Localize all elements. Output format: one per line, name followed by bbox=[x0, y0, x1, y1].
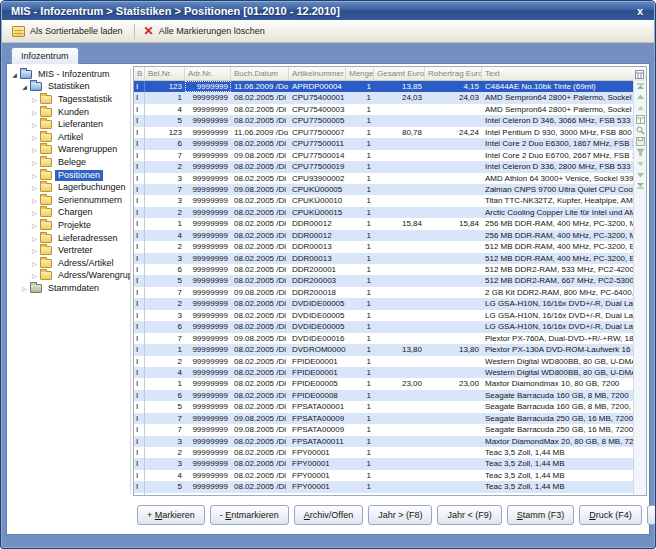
collapsed-arrow-icon[interactable]: ▷ bbox=[30, 134, 39, 141]
tree-item-warengruppen[interactable]: ▷Warengruppen bbox=[9, 144, 130, 157]
column-header-bel-nr-[interactable]: Bel.Nr. bbox=[145, 67, 185, 80]
clear-all-marks-button[interactable]: ✕ Alle Markierungen löschen bbox=[139, 23, 272, 40]
collapsed-arrow-icon[interactable]: ▷ bbox=[30, 172, 39, 179]
tree-item-vertreter[interactable]: ▷Vertreter bbox=[9, 244, 130, 257]
column-header-text[interactable]: Text bbox=[482, 67, 646, 80]
table-row[interactable]: I49999999908.02.2005 /DiDDR000121256 MB … bbox=[134, 230, 633, 241]
search-icon[interactable] bbox=[636, 126, 645, 135]
collapsed-arrow-icon[interactable]: ▷ bbox=[30, 146, 39, 153]
tree-item-positionen[interactable]: ▷Positionen bbox=[9, 169, 130, 182]
unmark-button[interactable]: - Entmarkieren bbox=[210, 505, 289, 525]
grid-scrollbar[interactable] bbox=[633, 81, 646, 495]
column-header-artikelnummer[interactable]: Artikelnummer bbox=[289, 67, 346, 80]
collapsed-arrow-icon[interactable]: ▷ bbox=[30, 209, 39, 216]
column-header-menge[interactable]: Menge bbox=[346, 67, 374, 80]
column-header-buch-datum[interactable]: Buch.Datum bbox=[231, 67, 289, 80]
collapsed-arrow-icon[interactable]: ▷ bbox=[30, 260, 39, 267]
scroll-top-icon[interactable] bbox=[636, 82, 645, 91]
table-row[interactable]: I79999999909.08.2005 /DiDDR20001812 GB K… bbox=[134, 287, 633, 298]
column-header-rohertrag-euro[interactable]: Rohertrag Euro bbox=[425, 67, 482, 80]
mark-button[interactable]: + Markieren bbox=[137, 505, 205, 525]
table-row[interactable]: I19999999908.02.2005 /DiDDR00012115,8415… bbox=[134, 218, 633, 229]
scroll-page-down-icon[interactable] bbox=[636, 170, 645, 179]
scroll-up-icon[interactable] bbox=[636, 104, 645, 113]
collapsed-arrow-icon[interactable]: ▷ bbox=[20, 285, 29, 292]
table-row[interactable]: I19999999908.02.2005 /DiCPU75400001124,0… bbox=[134, 92, 633, 103]
table-row[interactable]: I79999999909.08.2005 /DiFPSATA000091Seag… bbox=[134, 424, 633, 435]
tree-item-adress-warengruppen[interactable]: ▷Adress/Warengruppen bbox=[9, 270, 130, 283]
tree-item-artikel[interactable]: ▷Artikel bbox=[9, 131, 130, 144]
table-row[interactable]: I79999999909.08.2005 /DiFPSATA000091Seag… bbox=[134, 413, 633, 424]
table-row[interactable]: I19999999908.02.2005 /DiDVDROM00001113,8… bbox=[134, 344, 633, 355]
evaluation-button[interactable]: Auswertung bbox=[647, 505, 656, 525]
save-icon[interactable] bbox=[636, 137, 645, 146]
collapsed-arrow-icon[interactable]: ▷ bbox=[30, 96, 39, 103]
table-row[interactable]: I69999999908.02.2005 /DiDDR2000011512 MB… bbox=[134, 264, 633, 275]
load-as-sort-table-button[interactable]: Als Sortiertabelle laden bbox=[7, 23, 130, 40]
year-next-button[interactable]: Jahr > (F8) bbox=[368, 505, 432, 525]
table-row[interactable]: I29999999908.02.2005 /DiCPU775000191Inte… bbox=[134, 161, 633, 172]
collapsed-arrow-icon[interactable]: ▷ bbox=[30, 197, 39, 204]
window-titlebar[interactable]: MIS - Infozentrum > Statistiken > Positi… bbox=[2, 2, 654, 20]
table-row[interactable]: I1239999999911.06.2009 /DoCPU77500007180… bbox=[134, 127, 633, 138]
master-data-button[interactable]: Stamm (F3) bbox=[507, 505, 575, 525]
table-row[interactable]: I49999999908.02.2005 /DiCPU754000031AMD … bbox=[134, 104, 633, 115]
table-row[interactable]: I39999999908.02.2005 /DiCPU939000021AMD … bbox=[134, 173, 633, 184]
tree-item-belege[interactable]: ▷Belege bbox=[9, 156, 130, 169]
table-row[interactable]: I59999999908.02.2005 /DiFPSATA000011Seag… bbox=[134, 401, 633, 412]
table-row[interactable]: I29999999908.02.2005 /DiDDR000131512 MB … bbox=[134, 241, 633, 252]
table-row[interactable]: I39999999908.02.2005 /DiFPY000011Teac 3,… bbox=[134, 458, 633, 469]
collapsed-arrow-icon[interactable]: ▷ bbox=[30, 121, 39, 128]
archive-open-button[interactable]: Archiv/Offen bbox=[294, 505, 363, 525]
scroll-page-up-icon[interactable] bbox=[636, 93, 645, 102]
tree-item-statistiken[interactable]: ◢Statistiken bbox=[9, 81, 130, 94]
column-header-gesamt-euro[interactable]: Gesamt Euro bbox=[374, 67, 425, 80]
table-row[interactable]: I39999999908.02.2005 /DiDVDIDE000051LG G… bbox=[134, 310, 633, 321]
table-row[interactable]: I39999999908.02.2005 /DiFPSATA000111Maxt… bbox=[134, 436, 633, 447]
table-row[interactable]: I29999999908.02.2005 /DiFPIDE000011Weste… bbox=[134, 356, 633, 367]
table-row[interactable]: I123999999911.06.2009 /DoAPRDP00004113,8… bbox=[134, 81, 633, 92]
collapsed-arrow-icon[interactable]: ▷ bbox=[30, 235, 39, 242]
table-row[interactable]: I49999999908.02.2005 /DiFPY000011Teac 3,… bbox=[134, 470, 633, 481]
table-row[interactable]: I59999999908.02.2005 /DiDDR2000031512 MB… bbox=[134, 275, 633, 286]
tree-item-mis-infozentrum[interactable]: ◢MIS - Infozentrum bbox=[9, 68, 130, 81]
collapsed-arrow-icon[interactable]: ▷ bbox=[30, 222, 39, 229]
table-row[interactable]: I69999999908.02.2005 /DiDVDIDE000051LG G… bbox=[134, 321, 633, 332]
tree-item-seriennummern[interactable]: ▷Seriennummern bbox=[9, 194, 130, 207]
table-row[interactable]: I59999999908.02.2005 /DiCPU775000051Inte… bbox=[134, 115, 633, 126]
scroll-bottom-icon[interactable] bbox=[636, 181, 645, 190]
table-row[interactable]: I59999999908.02.2005 /DiFPY000011Teac 3,… bbox=[134, 481, 633, 492]
tree-item-chargen[interactable]: ▷Chargen bbox=[9, 207, 130, 220]
collapsed-arrow-icon[interactable]: ▷ bbox=[30, 109, 39, 116]
print-button[interactable]: Druck (F4) bbox=[579, 505, 642, 525]
table-row[interactable]: I79999999909.08.2005 /DiDVDIDE000161Plex… bbox=[134, 333, 633, 344]
expanded-arrow-icon[interactable]: ◢ bbox=[20, 83, 29, 90]
collapsed-arrow-icon[interactable]: ▷ bbox=[30, 159, 39, 166]
table-row[interactable]: I69999999908.02.2005 /DiCPU775000111Inte… bbox=[134, 138, 633, 149]
collapsed-arrow-icon[interactable]: ▷ bbox=[30, 247, 39, 254]
table-row[interactable]: I49999999908.02.2005 /DiFPIDE000011Weste… bbox=[134, 367, 633, 378]
table-row[interactable]: I29999999908.02.2005 /DiDVDIDE000051LG G… bbox=[134, 298, 633, 309]
tree-item-stammdaten[interactable]: ▷Stammdaten bbox=[9, 282, 130, 295]
table-row[interactable]: I69999999908.02.2005 /DiFPIDE000081Seaga… bbox=[134, 390, 633, 401]
tree-item-lieferadressen[interactable]: ▷Lieferadressen bbox=[9, 232, 130, 245]
expanded-arrow-icon[interactable]: ◢ bbox=[10, 71, 19, 78]
tree-item-kunden[interactable]: ▷Kunden bbox=[9, 106, 130, 119]
column-header-b[interactable]: B bbox=[134, 67, 145, 80]
tree-item-projekte[interactable]: ▷Projekte bbox=[9, 219, 130, 232]
table-row[interactable]: I39999999908.02.2005 /DiDDR000131512 MB … bbox=[134, 253, 633, 264]
table-row[interactable]: I29999999908.02.2005 /DiCPUKÜ000151Arcti… bbox=[134, 207, 633, 218]
tree-item-adress-artikel[interactable]: ▷Adress/Artikel bbox=[9, 257, 130, 270]
scroll-down-icon[interactable] bbox=[636, 159, 645, 168]
table-row[interactable]: I79999999909.08.2005 /DiCPU775000141Inte… bbox=[134, 150, 633, 161]
grid-settings-icon[interactable] bbox=[636, 115, 645, 124]
collapsed-arrow-icon[interactable]: ▷ bbox=[30, 272, 39, 279]
column-header-adr-nr-[interactable]: Adr.Nr. bbox=[185, 67, 231, 80]
table-row[interactable]: I19999999908.02.2005 /DiFPIDE00005123,00… bbox=[134, 378, 633, 389]
tab-infozentrum[interactable]: Infozentrum bbox=[11, 47, 79, 64]
table-row[interactable]: I79999999909.08.2005 /DiCPUKÜ000051Zalma… bbox=[134, 184, 633, 195]
tree-item-tagesstatistik[interactable]: ▷Tagesstatistik bbox=[9, 93, 130, 106]
tree-item-lagerbuchungen[interactable]: ▷Lagerbuchungen bbox=[9, 181, 130, 194]
tree-item-lieferanten[interactable]: ▷Lieferanten bbox=[9, 118, 130, 131]
table-row[interactable]: I69999999908.02.2005 /DiFPY000011Teac 3,… bbox=[134, 493, 633, 495]
